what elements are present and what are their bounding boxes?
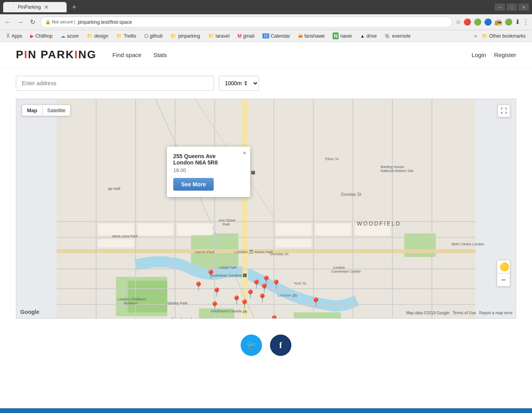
map-pin-12[interactable]: 📍 (269, 315, 279, 319)
map-pin-teal[interactable]: 📍 (251, 279, 262, 290)
naver-label: naver (340, 33, 352, 39)
social-footer: 🐦 f (0, 319, 532, 368)
svg-text:Dundas St: Dundas St (270, 252, 289, 256)
evernote-icon: 🐘 (385, 33, 390, 39)
page-content: PiN PARKiNG Find space Stats Login Regis… (0, 42, 532, 408)
chillhop-label: Chillhop (35, 33, 52, 39)
map-container[interactable]: WOODFIELD Dundas St Elias St Dundas St Y… (16, 99, 516, 319)
map-pin-4[interactable]: 📍 (209, 301, 220, 312)
see-more-button[interactable]: See More (173, 178, 214, 191)
github-label: github (150, 33, 163, 39)
bookmark-design[interactable]: 📁 design (84, 33, 111, 40)
design-folder-icon: 📁 (87, 33, 93, 39)
map-pin-8[interactable]: 📍 (257, 293, 268, 304)
extension-icon-1[interactable]: 🔴 (463, 18, 471, 26)
facebook-button[interactable]: f (270, 335, 291, 356)
svg-text:Stanley Park: Stanley Park (167, 301, 188, 305)
map-fullscreen-button[interactable]: ⛶ (498, 105, 510, 117)
map-pin-11[interactable]: 📍 (271, 279, 281, 290)
map-pin-6[interactable]: 📍 (239, 299, 250, 310)
terms-link[interactable]: Terms of Use (453, 311, 476, 315)
popup-close-button[interactable]: × (243, 150, 246, 156)
tab-close-button[interactable]: ✕ (44, 4, 49, 10)
map-pin-2[interactable]: 📍 (205, 270, 216, 280)
twitter-button[interactable]: 🐦 (241, 335, 262, 356)
svg-text:Banting House: Banting House (381, 165, 404, 169)
more-bookmarks-button[interactable]: » (474, 33, 477, 39)
bookmark-calendar[interactable]: 16 Calendar (259, 33, 293, 40)
svg-rect-25 (98, 224, 134, 235)
forward-button[interactable]: → (16, 17, 25, 27)
extension-icon-3[interactable]: 🔵 (484, 18, 492, 26)
trellis-label: Trellis (124, 33, 136, 39)
map-type-map[interactable]: Map (22, 105, 42, 116)
address-input[interactable] (16, 76, 214, 91)
bookmark-drive[interactable]: ▲ drive (357, 33, 380, 40)
site-logo: PiN PARKiNG (16, 48, 97, 61)
fanshawe-icon: 🏔 (298, 33, 303, 39)
nav-stats[interactable]: Stats (153, 52, 167, 58)
address-bar[interactable]: 🔒 Not secure | pinparking.test/find-spac… (40, 17, 452, 28)
svg-text:WOODFIELD: WOODFIELD (357, 220, 401, 227)
back-button[interactable]: ← (3, 17, 13, 27)
twitter-icon: 🐦 (246, 340, 257, 350)
bookmark-pinparking[interactable]: 📁 pinparking (167, 33, 203, 40)
map-type-control[interactable]: Map Satellite (22, 105, 71, 116)
bookmark-fanshawe[interactable]: 🏔 fanshawe (295, 33, 328, 40)
close-window-button[interactable]: ✕ (519, 4, 529, 11)
register-link[interactable]: Register (494, 52, 516, 58)
extension-icon-4[interactable]: 📻 (494, 18, 502, 26)
svg-text:Ann Street: Ann Street (218, 218, 235, 222)
map-pin-3[interactable]: 📍 (211, 287, 222, 298)
map-footer: Map data ©2019 Google Terms of Use Repor… (406, 311, 513, 315)
map-type-satellite[interactable]: Satellite (42, 105, 70, 116)
site-header: PiN PARKiNG Find space Stats Login Regis… (0, 42, 532, 68)
bookmark-chillhop[interactable]: ▶ Chillhop (27, 33, 55, 40)
map-pin-10[interactable]: 📍 (261, 275, 272, 286)
extension-icon-2[interactable]: 🟢 (474, 18, 482, 26)
toolbar-icons: ☆ 🔴 🟢 🔵 📻 🟢 ⬇ ⋮ (455, 18, 529, 26)
bookmark-gmail[interactable]: M gmail (234, 33, 258, 40)
apps-button[interactable]: ⠿ Apps (3, 33, 25, 40)
report-error-link[interactable]: Report a map error (479, 311, 513, 315)
map-info-popup: × 255 Queens Ave London N6A 5R8 18.00 Se… (167, 147, 250, 197)
nav-find-space[interactable]: Find space (113, 52, 142, 58)
browser-titlebar: 📄 PinParking ✕ + — □ ✕ (0, 0, 532, 14)
extension-icon-5[interactable]: 🟢 (505, 18, 513, 26)
bookmark-trellis[interactable]: 📁 Trellis (113, 33, 140, 40)
login-link[interactable]: Login (471, 52, 486, 58)
distance-select[interactable]: 1000m ⇕ 100m 250m 500m 2000m 5000m (219, 76, 259, 91)
new-tab-button[interactable]: + (69, 2, 80, 13)
bookmark-naver[interactable]: N naver (329, 32, 355, 40)
svg-rect-28 (276, 224, 312, 235)
gmail-icon: M (237, 33, 241, 39)
svg-rect-31 (98, 239, 134, 247)
refresh-button[interactable]: ↻ (29, 17, 37, 27)
map-pin-1[interactable]: 📍 (193, 281, 204, 292)
zoom-out-button[interactable]: − (497, 273, 510, 286)
street-view-button[interactable]: 🟡 (499, 262, 509, 272)
browser-toolbar: ← → ↻ 🔒 Not secure | pinparking.test/fin… (0, 14, 532, 30)
bookmark-github[interactable]: ⬡ github (141, 33, 166, 40)
other-bookmarks[interactable]: 📁 Other bookmarks (478, 33, 529, 40)
maximize-button[interactable]: □ (507, 4, 517, 11)
svg-text:National Historic Site: National Historic Site (381, 169, 413, 173)
bookmark-laravel[interactable]: 📁 laravel (205, 33, 233, 40)
svg-text:River Forks Park: River Forks Park (171, 317, 198, 318)
menu-icon[interactable]: ⋮ (522, 18, 529, 26)
map-pin-15[interactable]: 📍 (310, 297, 321, 308)
site-auth: Login Register (471, 52, 516, 58)
star-icon[interactable]: ☆ (455, 18, 461, 26)
minimize-button[interactable]: — (495, 4, 505, 11)
azure-label: azure (67, 33, 79, 39)
security-indicator: 🔒 Not secure | (45, 19, 75, 25)
browser-tab[interactable]: 📄 PinParking ✕ (3, 2, 67, 12)
popup-price: 18.00 (173, 167, 244, 173)
extension-icon-6[interactable]: ⬇ (515, 18, 520, 26)
svg-text:York St: York St (294, 281, 306, 285)
map-pin-7[interactable]: 📍 (245, 289, 256, 300)
chillhop-icon: ▶ (30, 33, 34, 39)
bookmark-evernote[interactable]: 🐘 evernote (381, 33, 414, 40)
bookmark-azure[interactable]: ☁ azure (57, 33, 82, 40)
azure-icon: ☁ (61, 33, 65, 39)
